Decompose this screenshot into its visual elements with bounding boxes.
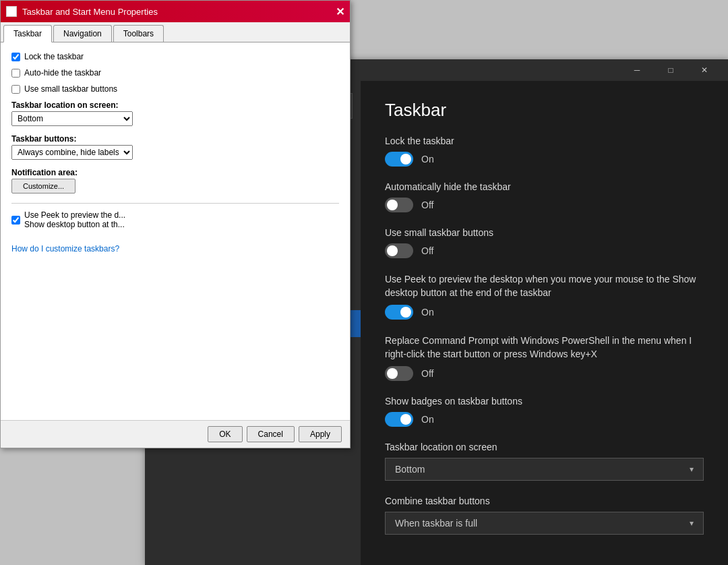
notification-area-label: Notification area:: [11, 168, 339, 177]
taskbar-location-select[interactable]: BottomTopLeftRight: [11, 111, 133, 126]
apply-button[interactable]: Apply: [299, 426, 342, 442]
close-button[interactable]: ✕: [689, 59, 720, 81]
setting-badges: Show badges on taskbar buttons On: [385, 396, 704, 427]
badges-toggle-label: On: [421, 414, 434, 425]
lock-taskbar-setting-label: Lock the taskbar: [385, 136, 704, 146]
combine-label: Combine taskbar buttons: [385, 496, 704, 506]
autohide-label: Auto-hide the taskbar: [24, 68, 101, 78]
taskbar-props-close-button[interactable]: ✕: [336, 5, 344, 18]
tab-toolbars[interactable]: Toolbars: [113, 25, 164, 42]
props-footer: OK Cancel Apply: [1, 420, 350, 448]
checkbox-row-lock: Lock the taskbar: [11, 52, 339, 61]
peek-toggle[interactable]: [385, 305, 413, 320]
minimize-button[interactable]: ─: [621, 59, 653, 81]
setting-combine: Combine taskbar buttons When taskbar is …: [385, 496, 704, 535]
taskbar-props-title: Taskbar and Start Menu Properties: [22, 7, 158, 17]
combine-value: When taskbar is full: [395, 518, 477, 529]
combine-dropdown[interactable]: When taskbar is full ▾: [385, 512, 704, 535]
powershell-toggle[interactable]: [385, 366, 413, 381]
small-buttons-setting-label: Use small taskbar buttons: [385, 227, 704, 238]
customize-button[interactable]: Customize...: [11, 179, 75, 194]
lock-taskbar-toggle[interactable]: [385, 152, 413, 167]
powershell-toggle-label: Off: [421, 368, 433, 379]
chevron-down-icon: ▾: [690, 518, 694, 528]
toggle-thumb: [400, 154, 411, 165]
setting-lock-taskbar: Lock the taskbar On: [385, 136, 704, 167]
toggle-thumb: [387, 368, 398, 379]
customize-taskbars-link[interactable]: How do I customize taskbars?: [11, 244, 119, 254]
maximize-button[interactable]: □: [655, 59, 686, 81]
small-buttons-checkbox[interactable]: [11, 85, 20, 94]
autohide-checkbox[interactable]: [11, 69, 20, 78]
taskbar-buttons-select[interactable]: Always combine, hide labelsCombine when …: [11, 145, 133, 160]
peek-row: Use Peek to preview the d...Show desktop…: [11, 210, 339, 229]
auto-hide-toggle[interactable]: [385, 198, 413, 212]
auto-hide-toggle-label: Off: [421, 200, 433, 210]
app-icon: [6, 6, 17, 17]
location-label: Taskbar location on screen: [385, 442, 704, 452]
peek-checkbox[interactable]: [11, 216, 20, 225]
taskbar-buttons-label: Taskbar buttons:: [11, 134, 339, 144]
cancel-button[interactable]: Cancel: [247, 426, 295, 442]
badges-setting-label: Show badges on taskbar buttons: [385, 396, 704, 407]
setting-peek: Use Peek to preview the desktop when you…: [385, 273, 704, 320]
lock-taskbar-checkbox[interactable]: [11, 53, 20, 61]
props-content: Lock the taskbar Auto-hide the taskbar U…: [1, 42, 350, 420]
checkbox-row-small: Use small taskbar buttons: [11, 84, 339, 94]
chevron-down-icon: ▾: [690, 465, 694, 474]
tab-navigation[interactable]: Navigation: [53, 25, 112, 42]
toggle-thumb: [400, 414, 411, 425]
peek-setting-label: Use Peek to preview the desktop when you…: [385, 273, 704, 299]
small-buttons-toggle[interactable]: [385, 243, 413, 258]
badges-toggle[interactable]: [385, 412, 413, 427]
setting-small-buttons: Use small taskbar buttons Off: [385, 227, 704, 258]
lock-taskbar-toggle-label: On: [421, 154, 434, 165]
toggle-thumb: [387, 245, 398, 256]
taskbar-props-titlebar: Taskbar and Start Menu Properties ✕: [1, 1, 350, 22]
settings-main: Taskbar Lock the taskbar On Automaticall…: [361, 81, 728, 565]
toggle-thumb: [387, 200, 398, 210]
small-buttons-label: Use small taskbar buttons: [24, 84, 117, 94]
taskbar-location-label: Taskbar location on screen:: [11, 100, 339, 110]
toggle-thumb: [400, 307, 411, 318]
peek-label: Use Peek to preview the d...Show desktop…: [24, 210, 125, 229]
setting-powershell: Replace Command Prompt with Windows Powe…: [385, 334, 704, 381]
peek-toggle-label: On: [421, 307, 434, 318]
taskbar-properties-window: Taskbar and Start Menu Properties ✕ Task…: [0, 0, 351, 448]
tab-taskbar[interactable]: Taskbar: [3, 25, 52, 42]
tabs-bar: Taskbar Navigation Toolbars: [1, 22, 350, 42]
page-title: Taskbar: [385, 100, 704, 121]
powershell-setting-label: Replace Command Prompt with Windows Powe…: [385, 334, 704, 361]
location-dropdown[interactable]: Bottom ▾: [385, 458, 704, 481]
setting-location: Taskbar location on screen Bottom ▾: [385, 442, 704, 481]
auto-hide-setting-label: Automatically hide the taskbar: [385, 181, 704, 192]
titlebar-controls: ─ □ ✕: [621, 59, 720, 81]
location-value: Bottom: [395, 464, 425, 475]
ok-button[interactable]: OK: [208, 426, 242, 442]
small-buttons-toggle-label: Off: [421, 245, 433, 256]
setting-auto-hide: Automatically hide the taskbar Off: [385, 181, 704, 212]
checkbox-row-autohide: Auto-hide the taskbar: [11, 68, 339, 78]
lock-taskbar-label: Lock the taskbar: [24, 52, 84, 61]
